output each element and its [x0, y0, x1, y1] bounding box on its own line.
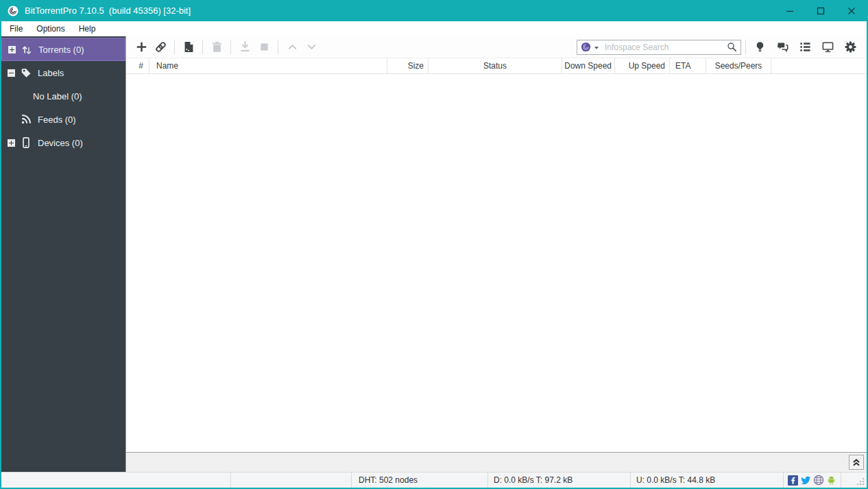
facebook-icon[interactable] — [788, 475, 798, 486]
torrent-list-header: # Name Size Status Down Speed Up Speed E… — [126, 58, 867, 74]
titlebar: BitTorrentPro 7.10.5 (build 45356) [32-b… — [1, 0, 867, 21]
chevron-up-icon — [286, 40, 299, 53]
statusbar: DHT: 502 nodes D: 0.0 kB/s T: 97.2 kB U:… — [1, 472, 867, 488]
gear-icon — [844, 40, 857, 53]
globe-icon[interactable] — [813, 475, 824, 486]
maximize-button[interactable] — [805, 0, 836, 21]
expand-icon[interactable] — [8, 46, 16, 53]
sidebar: Torrents (0) Labels No Label (0) — [1, 36, 125, 472]
remote-button[interactable] — [751, 38, 768, 56]
menu-options[interactable]: Options — [29, 21, 71, 36]
sidebar-item-torrents[interactable]: Torrents (0) — [1, 38, 125, 61]
column-header-status[interactable]: Status — [429, 58, 562, 73]
smartphone-icon — [19, 136, 33, 150]
column-header-size[interactable]: Size — [387, 58, 429, 73]
menubar: File Options Help — [1, 21, 867, 36]
sidebar-item-label: No Label (0) — [33, 91, 82, 102]
search-engine-logo-icon[interactable] — [581, 42, 591, 52]
minimize-button[interactable] — [774, 0, 805, 21]
column-header-filler — [771, 58, 867, 73]
updown-arrows-icon — [20, 43, 34, 56]
sidebar-item-label: Feeds (0) — [38, 115, 76, 125]
detail-pane-strip — [126, 453, 867, 472]
sidebar-item-devices[interactable]: Devices (0) — [1, 131, 125, 154]
expand-icon[interactable] — [8, 139, 15, 147]
sidebar-item-labels[interactable]: Labels — [1, 61, 125, 84]
start-torrent-button[interactable] — [235, 38, 254, 56]
download-speed-status: D: 0.0 kB/s T: 97.2 kB — [488, 473, 631, 488]
social-links — [784, 473, 841, 488]
status-cell-grip — [841, 473, 867, 488]
tag-icon — [19, 66, 33, 80]
chat-bubbles-icon — [776, 40, 789, 53]
chat-button[interactable] — [774, 38, 791, 56]
search-box — [577, 40, 741, 55]
toolbar-separator — [745, 40, 746, 54]
devices-playback-button[interactable] — [819, 38, 836, 56]
trash-icon — [210, 40, 224, 53]
column-header-seeds-peers[interactable]: Seeds/Peers — [706, 58, 771, 73]
column-header-eta[interactable]: ETA — [670, 58, 706, 73]
search-icon[interactable] — [726, 41, 738, 53]
status-cell-empty-2 — [231, 473, 352, 488]
status-cell-empty-1 — [1, 473, 231, 488]
toolbar-separator — [174, 40, 175, 54]
toolbar-separator — [278, 40, 278, 54]
lightbulb-icon — [754, 40, 767, 53]
move-down-queue-button[interactable] — [302, 38, 321, 56]
list-icon — [799, 40, 812, 53]
sidebar-item-feeds[interactable]: Feeds (0) — [1, 108, 125, 131]
toolbar — [126, 36, 867, 58]
bittorrent-logo-icon — [7, 5, 19, 17]
sidebar-item-no-label[interactable]: No Label (0) — [1, 84, 125, 108]
android-icon[interactable] — [826, 475, 836, 486]
column-header-number[interactable]: # — [126, 58, 149, 73]
sidebar-item-label: Devices (0) — [38, 138, 83, 148]
twitter-icon[interactable] — [800, 475, 811, 486]
upload-speed-status: U: 0.0 kB/s T: 44.8 kB — [631, 473, 784, 488]
app-window: BitTorrentPro 7.10.5 (build 45356) [32-b… — [0, 0, 868, 489]
sidebar-item-label: Torrents (0) — [38, 45, 84, 55]
preferences-button[interactable] — [842, 38, 858, 56]
stop-torrent-button[interactable] — [254, 38, 274, 56]
plus-icon — [135, 40, 148, 53]
link-icon — [154, 40, 167, 53]
menu-help[interactable]: Help — [72, 21, 103, 36]
sidebar-item-label: Labels — [38, 68, 64, 78]
search-input[interactable] — [605, 43, 726, 52]
new-document-icon — [182, 40, 195, 53]
rss-icon — [19, 112, 33, 126]
monitor-icon — [821, 40, 834, 53]
torrent-list-body[interactable] — [126, 74, 867, 453]
expand-detail-pane-button[interactable] — [849, 455, 864, 470]
collapse-icon[interactable] — [8, 69, 15, 77]
window-title: BitTorrentPro 7.10.5 (build 45356) [32-b… — [25, 5, 191, 16]
remove-torrent-button[interactable] — [207, 38, 226, 56]
close-button[interactable] — [836, 0, 867, 21]
download-icon — [239, 40, 252, 53]
add-torrent-button[interactable] — [132, 38, 151, 56]
chevron-down-icon — [305, 40, 318, 53]
menu-file[interactable]: File — [3, 21, 29, 36]
move-up-queue-button[interactable] — [282, 38, 302, 56]
stop-icon — [258, 40, 271, 53]
double-chevron-up-icon — [852, 457, 861, 467]
chevron-down-icon[interactable] — [594, 46, 599, 50]
dht-status: DHT: 502 nodes — [352, 473, 488, 488]
column-header-down-speed[interactable]: Down Speed — [562, 58, 615, 73]
resize-grip[interactable] — [856, 477, 865, 486]
column-header-up-speed[interactable]: Up Speed — [615, 58, 670, 73]
toolbar-separator — [202, 40, 203, 54]
add-torrent-url-button[interactable] — [151, 38, 170, 56]
toolbar-separator — [230, 40, 231, 54]
detailed-info-button[interactable] — [797, 38, 813, 56]
create-torrent-button[interactable] — [179, 38, 198, 56]
column-header-name[interactable]: Name — [149, 58, 387, 73]
